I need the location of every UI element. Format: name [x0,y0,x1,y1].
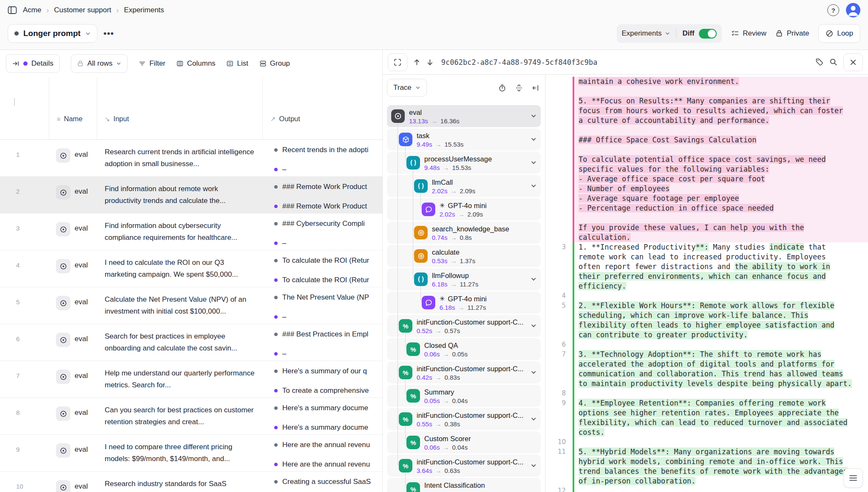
span-name: llmFollowup [432,271,479,280]
trace-tree-row[interactable]: %Summary0.05s→0.04s [387,385,541,407]
trace-tree-row[interactable]: %initFunction-Customer support-C...0.55s… [387,408,541,430]
search-button[interactable] [829,58,837,66]
output-text: Creating a successful SaaS [282,478,371,486]
previous-row-button[interactable] [413,58,420,66]
next-row-button[interactable] [426,58,434,66]
format-menu-button[interactable] [843,468,863,488]
line-text: trend balances the benefits of remote wo… [574,467,868,476]
private-button[interactable]: Private [776,29,809,38]
table-row[interactable]: 8evalCan you search for best practices o… [0,398,382,435]
trace-tree-row[interactable]: %initFunction-Customer support-C...0.42s… [387,361,541,384]
trace-tree-row[interactable]: ✳GPT-4o mini6.18s→11.27s [387,292,541,314]
diff-removed-line: - Number of employees [545,184,868,194]
output-line: To create a comprehensive [274,386,383,395]
diff-removed-line [545,213,868,223]
experiment-b-dot [274,242,278,245]
timing-button[interactable] [498,84,506,92]
llm-span-icon [422,203,435,216]
trace-tree-row[interactable]: task9.49s→15.53s [387,128,541,150]
span-info: Summary0.05s→0.04s [424,388,467,404]
experiments-view-dropdown[interactable]: Experiments [622,29,670,38]
table-row[interactable]: 9evalI need to compare three different p… [0,435,382,472]
filter-button[interactable]: Filter [139,59,165,68]
column-header-name[interactable]: ≡ Name [49,77,97,139]
table-row[interactable]: 5evalCalculate the Net Present Value (NP… [0,287,382,324]
more-menu-icon[interactable]: ••• [103,28,114,39]
expand-fullscreen-button[interactable] [388,53,407,71]
loop-button[interactable]: Loop [818,24,860,43]
diff-output-panel: maintain a cohesive work environment.5. … [545,75,868,492]
sidebar-toggle-icon[interactable] [8,6,17,14]
avatar[interactable] [846,3,860,17]
experiment-selector[interactable]: Longer prompt [8,24,97,43]
diff-toggle[interactable] [699,29,717,39]
help-icon[interactable]: ? [827,4,839,16]
line-number: 5 [545,301,573,311]
line-text: 5. **Hybrid Models**: Many organizations… [574,447,868,457]
trace-tree-row[interactable]: ()processUserMessage9.48s→15.53s [387,152,541,174]
diff-added-line: 115. **Hybrid Models**: Many organizatio… [545,447,868,457]
table-row[interactable]: 2evalFind information about remote work … [0,177,382,214]
diff-removed-line: - Percentage reduction in office space n… [545,203,868,213]
line-text: specific values for the following variab… [574,164,868,174]
table-row[interactable]: 10evalResearch industry standards for Sa… [0,472,382,492]
table-row[interactable]: 7evalHelp me understand our quarterly pe… [0,361,382,398]
trace-tree-row[interactable]: %Custom Scorer0.06s→0.04s [387,431,541,453]
columns-button[interactable]: Columns [176,59,215,68]
duration-a: 9.48s [424,164,440,171]
experiment-a-dot [274,480,278,484]
group-button[interactable]: Group [259,59,290,68]
table-row[interactable]: 4evalI need to calculate the ROI on our … [0,250,382,287]
table-row[interactable]: 1evalResearch current trends in artifici… [0,140,382,177]
duration-a: 3.64s [417,467,432,474]
column-header-input[interactable]: ↘ Input [97,77,263,139]
duration-a: 6.18s [440,304,455,311]
review-button[interactable]: Review [731,29,767,38]
breadcrumb-section[interactable]: Experiments [124,6,164,14]
arrow-right-icon: → [451,234,457,241]
collapse-panel-button[interactable] [532,84,539,92]
trace-tree-row[interactable]: search_knowledge_base0.74s→0.8s [387,222,541,244]
tool-span-icon [414,226,428,239]
trace-tree-row[interactable]: %Closed QA0.06s→0.05s [387,338,541,360]
trace-tree-row[interactable]: eval13.13s→16.36s [387,105,541,127]
table-row[interactable]: 3evalFind information about cybersecurit… [0,214,382,250]
row-output: ### Remote Work Product### Remote Work P… [263,177,383,213]
trace-tree-row[interactable]: %initFunction-Customer support-C...0.52s… [387,315,541,337]
table-row[interactable]: 6evalSearch for best practices in employ… [0,324,382,361]
trace-tree-row[interactable]: ()llmCall2.02s→2.09s [387,175,541,197]
arrow-right-icon: → [443,350,449,358]
diff-added-line: 73. **Technology Adoption**: The shift t… [545,350,868,359]
list-button[interactable]: List [226,59,248,68]
trace-view-dropdown[interactable]: Trace [387,79,427,97]
experiment-b-dot [274,389,278,392]
line-text: efficiency. [574,281,868,291]
trace-tree-row[interactable]: ()llmFollowup6.18s→11.27s [387,268,541,290]
span-info: Intent Classification0.13s→0.09s [424,481,485,492]
duration-a: 2.02s [440,211,455,218]
experiment-a-dot [274,370,278,373]
trace-tree-row[interactable]: calculate0.53s→1.37s [387,245,541,267]
details-button[interactable]: Details [6,54,60,73]
breadcrumb-project[interactable]: Customer support [54,6,111,14]
trace-tree-row[interactable]: %initFunction-Customer support-C...3.64s… [387,455,541,477]
trace-detail-header: 9c062bc2-a8c7-4a88-9749-5cf840f3c9ba [383,50,868,75]
expand-all-button[interactable] [515,84,523,92]
row-output: ### Cybersecurity Compli– [263,214,383,250]
output-line: Here's a summary docume [274,404,383,412]
trace-tree-row[interactable]: ✳GPT-4o mini2.02s→2.09s [387,198,541,220]
column-header-output[interactable]: ↗ Output [263,77,383,139]
close-panel-button[interactable] [843,53,863,71]
tag-button[interactable] [815,58,823,66]
experiment-status-dot [14,31,19,36]
duration-a: 0.06s [424,444,440,451]
chevron-down-icon [665,31,670,36]
all-rows-dropdown[interactable]: All rows [71,54,128,73]
select-all-checkbox[interactable] [14,98,15,106]
tool-span-icon [414,249,428,263]
arrow-right-icon: → [451,187,457,195]
trace-tree-row[interactable]: %Intent Classification0.13s→0.09s [387,478,541,492]
breadcrumb-org[interactable]: Acme [23,6,41,14]
arrow-right-icon: → [431,117,437,125]
eval-span-icon [56,480,70,492]
